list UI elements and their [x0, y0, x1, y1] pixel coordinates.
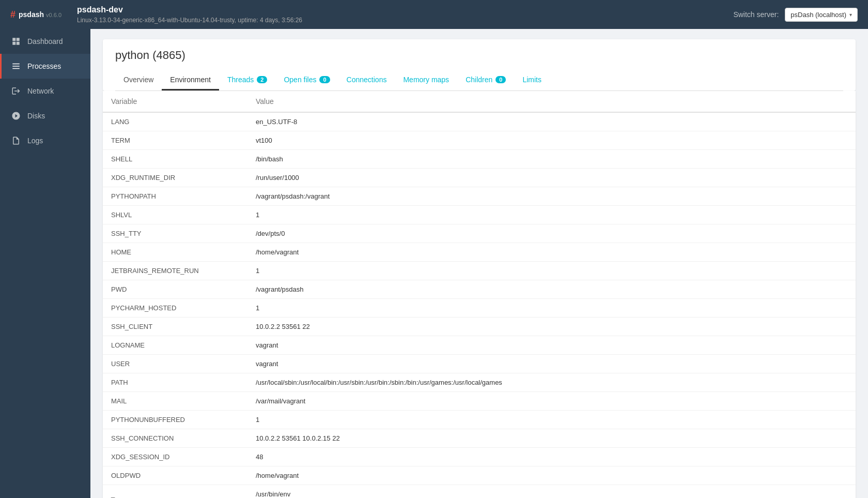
brand-name: psdashv0.6.0	[19, 10, 61, 19]
tab-threads-badge: 2	[257, 76, 267, 83]
chevron-down-icon: ▾	[849, 12, 852, 18]
logs-icon	[11, 135, 21, 146]
topbar: # psdashv0.6.0 psdash-dev Linux-3.13.0-3…	[0, 0, 868, 29]
cell-value: /vagrant/psdash	[247, 280, 856, 299]
tab-environment[interactable]: Environment	[162, 70, 219, 90]
table-row: JETBRAINS_REMOTE_RUN1	[103, 262, 856, 280]
tab-limits[interactable]: Limits	[514, 70, 550, 90]
network-icon	[11, 86, 21, 96]
table-row: LOGNAMEvagrant	[103, 336, 856, 355]
cell-value: /home/vagrant	[247, 466, 856, 485]
table-row: XDG_SESSION_ID48	[103, 448, 856, 466]
cell-variable: PYTHONUNBUFFERED	[103, 411, 247, 429]
tab-memory-maps[interactable]: Memory maps	[395, 70, 457, 90]
table-row: SSH_CLIENT10.0.2.2 53561 22	[103, 318, 856, 336]
cell-variable: SSH_TTY	[103, 224, 247, 243]
tab-open-files[interactable]: Open files 0	[275, 70, 338, 90]
cell-value: vagrant	[247, 336, 856, 355]
tab-connections[interactable]: Connections	[338, 70, 395, 90]
grid-icon	[11, 36, 21, 47]
table-row: _/usr/bin/env	[103, 485, 856, 499]
server-info: Linux-3.13.0-34-generic-x86_64-with-Ubun…	[77, 14, 733, 24]
cell-variable: PYTHONPATH	[103, 187, 247, 206]
cell-value: /home/vagrant	[247, 243, 856, 262]
sidebar-item-processes[interactable]: Processes	[0, 54, 90, 79]
main-layout: Dashboard Processes Network Disks	[0, 29, 868, 498]
cell-value: 1	[247, 411, 856, 429]
cell-value: /var/mail/vagrant	[247, 392, 856, 411]
sidebar-item-dashboard[interactable]: Dashboard	[0, 29, 90, 54]
cell-variable: OLDPWD	[103, 466, 247, 485]
sidebar-item-label-logs: Logs	[27, 137, 43, 145]
cell-value: 1	[247, 299, 856, 318]
cell-variable: SHELL	[103, 150, 247, 169]
tab-children-label: Children	[466, 76, 492, 84]
cell-value: /bin/bash	[247, 150, 856, 169]
tab-overview[interactable]: Overview	[115, 70, 162, 90]
table-body: LANGen_US.UTF-8TERMvt100SHELL/bin/bashXD…	[103, 112, 856, 498]
list-icon	[11, 61, 21, 71]
brand: # psdashv0.6.0	[10, 9, 61, 20]
tab-children-badge: 0	[495, 76, 506, 83]
switch-server-label: Switch server:	[733, 10, 779, 19]
table-row: LANGen_US.UTF-8	[103, 112, 856, 131]
cell-value: /run/user/1000	[247, 169, 856, 187]
app-title-area: psdash-dev Linux-3.13.0-34-generic-x86_6…	[61, 5, 733, 24]
cell-value: /dev/pts/0	[247, 224, 856, 243]
cell-variable: PYCHARM_HOSTED	[103, 299, 247, 318]
brand-text: psdash	[19, 10, 44, 19]
table-row: PYTHONUNBUFFERED1	[103, 411, 856, 429]
tab-connections-label: Connections	[347, 76, 387, 84]
table-row: SSH_TTY/dev/pts/0	[103, 224, 856, 243]
tab-open-files-badge: 0	[319, 76, 330, 83]
cell-variable: LOGNAME	[103, 336, 247, 355]
cell-variable: XDG_SESSION_ID	[103, 448, 247, 466]
topbar-right: Switch server: psDash (localhost) ▾	[733, 8, 858, 22]
tab-environment-label: Environment	[170, 76, 211, 84]
sidebar-item-label-dashboard: Dashboard	[27, 37, 63, 46]
col-value: Value	[247, 91, 856, 112]
cell-value: vagrant	[247, 355, 856, 373]
cell-variable: TERM	[103, 131, 247, 150]
cell-variable: JETBRAINS_REMOTE_RUN	[103, 262, 247, 280]
cell-variable: HOME	[103, 243, 247, 262]
tab-children[interactable]: Children 0	[457, 70, 514, 90]
brand-hash: #	[10, 9, 16, 20]
sidebar-item-network[interactable]: Network	[0, 79, 90, 103]
col-variable: Variable	[103, 91, 247, 112]
tab-memory-maps-label: Memory maps	[403, 76, 449, 84]
table-row: SHELL/bin/bash	[103, 150, 856, 169]
tab-open-files-label: Open files	[284, 76, 316, 84]
cell-variable: LANG	[103, 112, 247, 131]
content-area: python (4865) Overview Environment Threa…	[90, 29, 868, 498]
cell-variable: MAIL	[103, 392, 247, 411]
table-row: MAIL/var/mail/vagrant	[103, 392, 856, 411]
cell-variable: SHLVL	[103, 206, 247, 224]
cell-value: 10.0.2.2 53561 22	[247, 318, 856, 336]
cell-variable: PATH	[103, 373, 247, 392]
server-dropdown-value: psDash (localhost)	[791, 11, 846, 19]
sidebar-item-label-processes: Processes	[27, 62, 61, 70]
cell-value: 10.0.2.2 53561 10.0.2.15 22	[247, 429, 856, 448]
tabs-bar: Overview Environment Threads 2 Open file…	[115, 70, 843, 91]
cell-value: 1	[247, 206, 856, 224]
tab-threads[interactable]: Threads 2	[219, 70, 275, 90]
sidebar-item-label-disks: Disks	[27, 112, 45, 120]
table-row: SSH_CONNECTION10.0.2.2 53561 10.0.2.15 2…	[103, 429, 856, 448]
cell-variable: SSH_CONNECTION	[103, 429, 247, 448]
table-header: Variable Value	[103, 91, 856, 112]
cell-variable: XDG_RUNTIME_DIR	[103, 169, 247, 187]
cell-value: /usr/bin/env	[247, 485, 856, 499]
sidebar-item-disks[interactable]: Disks	[0, 103, 90, 128]
tab-overview-label: Overview	[123, 76, 153, 84]
cell-value: 1	[247, 262, 856, 280]
sidebar-item-logs[interactable]: Logs	[0, 128, 90, 153]
table-row: HOME/home/vagrant	[103, 243, 856, 262]
table-row: OLDPWD/home/vagrant	[103, 466, 856, 485]
server-dropdown[interactable]: psDash (localhost) ▾	[785, 8, 858, 22]
table-row: TERMvt100	[103, 131, 856, 150]
table-row: SHLVL1	[103, 206, 856, 224]
disks-icon	[11, 111, 21, 121]
env-table: Variable Value LANGen_US.UTF-8TERMvt100S…	[103, 91, 856, 498]
cell-variable: PWD	[103, 280, 247, 299]
